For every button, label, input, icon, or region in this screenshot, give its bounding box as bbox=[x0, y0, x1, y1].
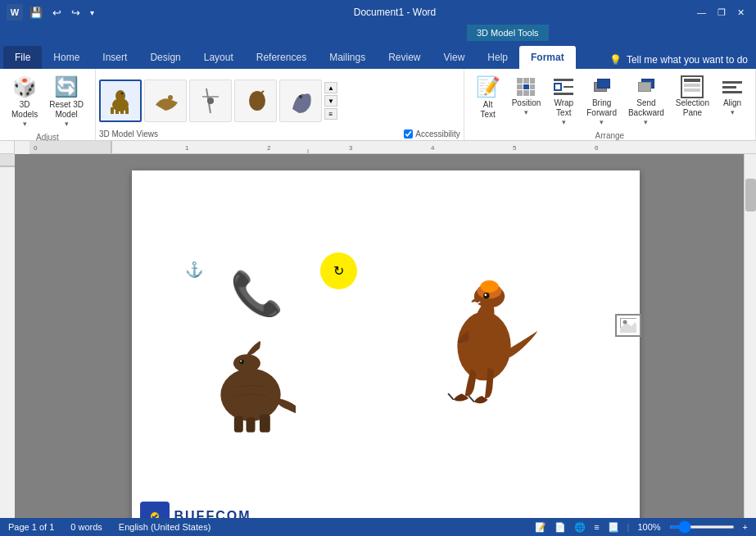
tab-review[interactable]: Review bbox=[377, 46, 432, 69]
svg-rect-35 bbox=[246, 417, 255, 432]
restore-button[interactable]: ❐ bbox=[713, 6, 731, 20]
accessibility-section: Accessibility bbox=[404, 129, 459, 139]
svg-point-31 bbox=[233, 354, 260, 372]
view-thumb-3[interactable] bbox=[189, 79, 232, 122]
tab-view[interactable]: View bbox=[432, 46, 477, 69]
window-controls: — ❐ ✕ bbox=[692, 6, 749, 20]
alt-text-label: AltText bbox=[481, 100, 496, 120]
scrollbar-vertical[interactable] bbox=[744, 154, 756, 518]
save-button[interactable]: 💾 bbox=[26, 5, 46, 20]
svg-rect-6 bbox=[125, 107, 129, 114]
3d-models-button[interactable]: 🎲 3DModels ▾ bbox=[7, 72, 43, 131]
reset-3d-button[interactable]: 🔄 Reset 3DModel ▾ bbox=[44, 72, 88, 131]
minimize-button[interactable]: — bbox=[692, 6, 711, 20]
views-rows bbox=[99, 79, 322, 122]
3d-models-dropdown[interactable]: ▾ bbox=[23, 120, 27, 128]
wrap-text-button[interactable]: WrapText ▾ bbox=[547, 72, 580, 129]
phone-icon[interactable]: 📞 bbox=[230, 269, 283, 319]
align-dropdown[interactable]: ▾ bbox=[731, 108, 735, 116]
search-label: Tell me what you want to do bbox=[627, 54, 748, 66]
view-thumb-1[interactable] bbox=[99, 79, 142, 122]
view-thumb-5[interactable] bbox=[279, 79, 322, 122]
bring-forward-label: BringForward bbox=[586, 98, 617, 118]
zoom-in-icon[interactable]: + bbox=[743, 522, 748, 532]
ribbon: 🎲 3DModels ▾ 🔄 Reset 3DModel ▾ Adjust bbox=[0, 69, 756, 141]
view-5-svg bbox=[284, 84, 317, 117]
arrange-buttons: 📝 AltText Position ▾ bbox=[471, 72, 749, 129]
status-bar: Page 1 of 1 0 words English (United Stat… bbox=[0, 518, 756, 536]
position-button[interactable]: Position ▾ bbox=[507, 72, 546, 120]
outline-icon: ≡ bbox=[594, 522, 599, 532]
page-info: Page 1 of 1 bbox=[8, 522, 54, 532]
views-scroll-up[interactable]: ▲ bbox=[324, 82, 337, 93]
svg-point-40 bbox=[480, 280, 498, 293]
anchor-icon: ⚓ bbox=[185, 261, 203, 279]
views-label: 3D Model Views bbox=[99, 129, 158, 139]
tab-references[interactable]: References bbox=[245, 46, 318, 69]
tab-design[interactable]: Design bbox=[138, 46, 192, 69]
svg-point-10 bbox=[207, 98, 214, 104]
tab-help[interactable]: Help bbox=[476, 46, 519, 69]
svg-rect-4 bbox=[115, 109, 119, 114]
svg-point-33 bbox=[240, 361, 242, 362]
svg-point-42 bbox=[484, 293, 487, 296]
raptor-image[interactable] bbox=[427, 269, 541, 408]
scrollbar-thumb[interactable] bbox=[745, 179, 756, 211]
tab-format[interactable]: Format bbox=[519, 46, 576, 69]
send-backward-button[interactable]: SendBackward ▾ bbox=[623, 72, 669, 129]
tab-file[interactable]: File bbox=[3, 46, 42, 69]
reset-3d-label: Reset 3DModel bbox=[49, 100, 84, 120]
svg-text:5: 5 bbox=[513, 144, 517, 152]
wrap-text-dropdown[interactable]: ▾ bbox=[562, 118, 566, 126]
svg-point-7 bbox=[168, 95, 173, 100]
align-label: Align bbox=[723, 98, 741, 108]
ruler-svg: 0 1 2 3 4 5 6 bbox=[29, 141, 756, 154]
svg-text:6: 6 bbox=[595, 144, 599, 152]
frame-svg bbox=[620, 318, 636, 333]
views-footer: 3D Model Views Accessibility bbox=[99, 129, 460, 139]
undo-button[interactable]: ↩ bbox=[49, 5, 65, 20]
tab-mailings[interactable]: Mailings bbox=[318, 46, 377, 69]
adjust-buttons: 🎲 3DModels ▾ 🔄 Reset 3DModel ▾ bbox=[7, 72, 88, 131]
svg-point-32 bbox=[239, 360, 244, 365]
rulers-row: 0 1 2 3 4 5 6 bbox=[0, 141, 756, 154]
reset-3d-dropdown[interactable]: ▾ bbox=[65, 120, 69, 128]
accessibility-checkbox[interactable] bbox=[404, 129, 413, 139]
tab-home[interactable]: Home bbox=[42, 46, 91, 69]
view-thumb-4[interactable] bbox=[234, 79, 277, 122]
title-bar: W 💾 ↩ ↪ ▾ Document1 - Word — ❐ ✕ bbox=[0, 0, 756, 25]
bring-forward-dropdown[interactable]: ▾ bbox=[600, 118, 604, 126]
context-label: 3D Model Tools bbox=[467, 25, 549, 41]
close-button[interactable]: ✕ bbox=[732, 6, 749, 20]
bring-forward-button[interactable]: BringForward ▾ bbox=[582, 72, 622, 129]
document-scroll-area[interactable]: ⚓ ↻ 📞 bbox=[15, 154, 756, 518]
view-thumb-2[interactable] bbox=[144, 79, 187, 122]
reset-3d-icon: 🔄 bbox=[54, 75, 79, 98]
views-scroll-more[interactable]: ≡ bbox=[324, 108, 337, 120]
hadrosaur-image[interactable] bbox=[206, 326, 296, 441]
selection-pane-button[interactable]: SelectionPane bbox=[671, 72, 714, 121]
views-scroll-down[interactable]: ▼ bbox=[324, 95, 337, 107]
svg-text:1: 1 bbox=[185, 144, 189, 152]
alt-text-button[interactable]: 📝 AltText bbox=[471, 72, 505, 123]
word-icon[interactable]: W bbox=[7, 4, 23, 20]
3d-models-icon: 🎲 bbox=[12, 75, 37, 98]
customize-qat-button[interactable]: ▾ bbox=[87, 7, 97, 19]
tab-insert[interactable]: Insert bbox=[91, 46, 138, 69]
redo-button[interactable]: ↪ bbox=[68, 5, 84, 20]
align-button[interactable]: Align ▾ bbox=[716, 72, 749, 120]
ruler-vertical bbox=[0, 154, 15, 518]
yellow-rotation-handle[interactable]: ↻ bbox=[320, 252, 357, 289]
svg-point-1 bbox=[115, 90, 125, 102]
position-dropdown[interactable]: ▾ bbox=[524, 108, 528, 116]
zoom-slider[interactable] bbox=[669, 525, 735, 529]
svg-rect-3 bbox=[111, 107, 114, 114]
views-group-label: 3D Model Views bbox=[99, 129, 158, 139]
arrange-group-label: Arrange bbox=[595, 129, 625, 140]
notes-icon: 📝 bbox=[535, 522, 546, 533]
send-backward-dropdown[interactable]: ▾ bbox=[644, 118, 648, 126]
ribbon-group-adjust: 🎲 3DModels ▾ 🔄 Reset 3DModel ▾ Adjust bbox=[0, 69, 96, 140]
search-box[interactable]: 💡 Tell me what you want to do bbox=[601, 51, 756, 69]
view-4-svg bbox=[239, 84, 272, 117]
tab-layout[interactable]: Layout bbox=[192, 46, 245, 69]
